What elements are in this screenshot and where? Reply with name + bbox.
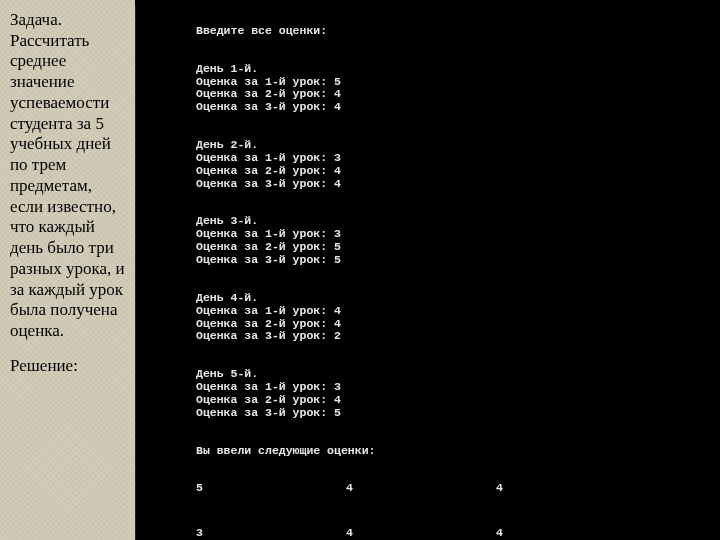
grade-line: Оценка за 1-й урок: 3 — [196, 380, 341, 393]
table-row: 344 — [196, 527, 720, 540]
table-cell: 4 — [496, 482, 646, 495]
grade-line: Оценка за 1-й урок: 3 — [196, 151, 341, 164]
table-row: 544 — [196, 482, 720, 495]
table-cell: 5 — [196, 482, 346, 495]
grade-line: Оценка за 3-й урок: 5 — [196, 253, 341, 266]
prompt-all-grades: Введите все оценки: — [196, 24, 327, 37]
grade-line: Оценка за 2-й урок: 4 — [196, 317, 341, 330]
day-header: День 4-й. — [196, 291, 258, 304]
task-text: Задача. Рассчитать среднее значение успе… — [10, 10, 129, 342]
grade-line: Оценка за 2-й урок: 4 — [196, 164, 341, 177]
task-sidebar: Задача. Рассчитать среднее значение успе… — [0, 0, 135, 540]
day-header: День 3-й. — [196, 214, 258, 227]
grade-line: Оценка за 1-й урок: 4 — [196, 304, 341, 317]
day-header: День 2-й. — [196, 138, 258, 151]
console-output: Введите все оценки: День 1-й. Оценка за … — [135, 6, 720, 540]
grade-line: Оценка за 1-й урок: 3 — [196, 227, 341, 240]
grade-line: Оценка за 2-й урок: 4 — [196, 87, 341, 100]
grade-line: Оценка за 3-й урок: 4 — [196, 177, 341, 190]
table-cell: 4 — [346, 482, 496, 495]
table-cell: 3 — [196, 527, 346, 540]
grade-line: Оценка за 2-й урок: 4 — [196, 393, 341, 406]
table-cell: 4 — [346, 527, 496, 540]
solution-label: Решение: — [10, 356, 129, 377]
grade-line: Оценка за 3-й урок: 5 — [196, 406, 341, 419]
day-header: День 5-й. — [196, 367, 258, 380]
day-header: День 1-й. — [196, 62, 258, 75]
grade-line: Оценка за 3-й урок: 4 — [196, 100, 341, 113]
grade-line: Оценка за 1-й урок: 5 — [196, 75, 341, 88]
table-cell: 4 — [496, 527, 646, 540]
grade-line: Оценка за 3-й урок: 2 — [196, 329, 341, 342]
grade-line: Оценка за 2-й урок: 5 — [196, 240, 341, 253]
console-window: Введите все оценки: День 1-й. Оценка за … — [135, 0, 720, 540]
entered-header: Вы ввели следующие оценки: — [196, 444, 375, 457]
